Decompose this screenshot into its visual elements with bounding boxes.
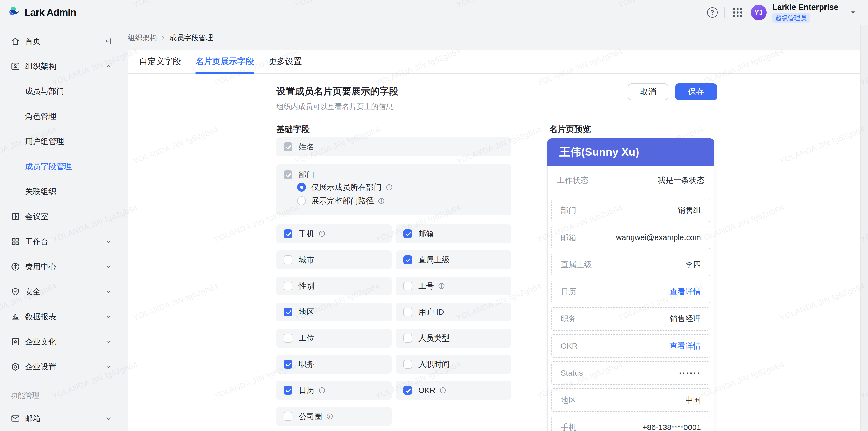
checkbox-unchecked[interactable] (403, 282, 412, 290)
tab-label: 更多设置 (269, 56, 302, 67)
preview-row: 工作状态我是一条状态 (548, 166, 714, 195)
checkbox-checked[interactable] (403, 229, 412, 238)
tab-item[interactable]: 更多设置 (269, 50, 302, 73)
breadcrumb-current: 成员字段管理 (169, 33, 213, 43)
field-checkbox-row[interactable]: 地区 (276, 303, 392, 321)
checkbox-unchecked[interactable] (403, 334, 412, 343)
tab-active[interactable]: 名片页展示字段 (195, 50, 254, 73)
field-checkbox-row[interactable]: 入职时间 (396, 355, 511, 374)
info-icon[interactable] (318, 386, 326, 394)
collapse-left-icon[interactable] (104, 37, 113, 46)
preview-row: Status······ (551, 361, 710, 385)
breadcrumb-parent[interactable]: 组织架构 (128, 33, 157, 43)
field-checkbox-row[interactable]: 邮箱 (396, 224, 511, 243)
sidebar-item[interactable]: 企业设置 (0, 354, 120, 379)
chevron-down-icon[interactable] (104, 288, 113, 296)
account-info[interactable]: Larkie Enterprise 超级管理员 (772, 3, 838, 23)
org-structure-icon (10, 61, 20, 71)
radio-option[interactable]: 展示完整部门路径 (297, 194, 511, 208)
chevron-down-icon[interactable] (104, 262, 113, 271)
field-checkbox-row[interactable]: 部门仅展示成员所在部门展示完整部门路径 (276, 164, 511, 216)
checkbox-checked[interactable] (284, 360, 292, 369)
checkbox-checked[interactable] (403, 386, 412, 395)
security-icon (10, 287, 20, 297)
data-report-icon (10, 312, 20, 322)
field-label: OKR (418, 386, 435, 395)
field-checkbox-row[interactable]: 城市 (276, 251, 392, 269)
field-checkbox-row[interactable]: 姓名 (276, 138, 511, 156)
field-checkbox-row[interactable]: OKR (396, 381, 511, 400)
checkbox-unchecked[interactable] (284, 255, 292, 264)
sidebar-item[interactable]: 用户组管理 (0, 129, 120, 154)
field-checkbox-row[interactable]: 手机 (276, 224, 392, 243)
preview-detail-link[interactable]: 查看详情 (670, 341, 701, 351)
preview-row-value: 我是一条状态 (658, 175, 705, 186)
sidebar-item-label: 数据报表 (25, 312, 56, 322)
checkbox-checked[interactable] (284, 308, 292, 316)
checkbox-unchecked[interactable] (284, 412, 292, 421)
sidebar-item[interactable]: 工作台 (0, 229, 120, 254)
checkbox-checked[interactable] (403, 255, 412, 264)
sidebar-item-label: 首页 (25, 36, 41, 47)
cancel-button[interactable]: 取消 (628, 84, 668, 100)
chevron-down-icon[interactable] (104, 363, 113, 371)
field-label: 性别 (299, 281, 314, 291)
radio-selected[interactable] (297, 183, 306, 192)
info-icon[interactable] (438, 282, 445, 290)
sidebar-item[interactable]: 数据报表 (0, 304, 120, 329)
field-checkbox-row[interactable]: 日历 (276, 381, 392, 400)
checkbox-unchecked[interactable] (403, 360, 412, 369)
info-icon[interactable] (326, 412, 334, 420)
info-icon[interactable] (318, 230, 326, 238)
sidebar-item[interactable]: 会议室 (0, 204, 120, 229)
info-icon[interactable] (377, 197, 385, 205)
field-label: 直属上级 (418, 255, 450, 265)
info-icon[interactable] (439, 386, 447, 394)
sidebar-item[interactable]: 首页 (0, 29, 120, 54)
sidebar-item[interactable]: 角色管理 (0, 104, 120, 129)
lark-bird-icon (8, 6, 21, 19)
scrollbar-track[interactable] (861, 25, 868, 431)
field-checkbox-row[interactable]: 工号 (396, 277, 511, 295)
avatar[interactable]: YJ (751, 5, 767, 20)
sidebar-item[interactable]: 邮箱 (0, 406, 120, 431)
chevron-down-icon[interactable] (104, 338, 113, 346)
sidebar-item[interactable]: 企业文化 (0, 329, 120, 354)
sidebar-item-active[interactable]: 成员字段管理 (0, 154, 120, 179)
field-checkbox-row[interactable]: 用户 ID (396, 303, 511, 321)
radio-option[interactable]: 仅展示成员所在部门 (297, 180, 511, 194)
sidebar-item[interactable]: 安全 (0, 279, 120, 304)
chevron-down-icon[interactable] (104, 237, 113, 246)
save-button[interactable]: 保存 (675, 84, 717, 100)
chevron-down-icon[interactable] (104, 313, 113, 321)
field-checkbox-row[interactable]: 职务 (276, 355, 392, 374)
apps-grid-icon[interactable] (732, 6, 744, 19)
chevron-up-icon[interactable] (104, 62, 113, 70)
radio-unselected[interactable] (297, 197, 306, 205)
field-label: 职务 (299, 359, 314, 370)
sidebar-item-label: 成员字段管理 (25, 161, 72, 172)
checkbox-checked[interactable] (284, 229, 292, 238)
field-checkbox-row[interactable]: 工位 (276, 329, 392, 347)
chevron-down-icon[interactable] (104, 414, 113, 423)
info-icon[interactable] (385, 183, 393, 191)
page-title: 设置成员名片页要展示的字段 (276, 85, 398, 98)
tab-item[interactable]: 自定义字段 (139, 50, 181, 73)
checkbox-unchecked[interactable] (403, 308, 412, 316)
sidebar-section-label: 功能管理 (0, 385, 120, 406)
caret-down-icon[interactable] (850, 9, 857, 16)
field-checkbox-row[interactable]: 人员类型 (396, 329, 511, 347)
sidebar-item[interactable]: 成员与部门 (0, 79, 120, 104)
sidebar-item[interactable]: 组织架构 (0, 54, 120, 79)
checkbox-unchecked[interactable] (284, 334, 292, 343)
field-checkbox-row[interactable]: 性别 (276, 277, 392, 295)
sidebar-item[interactable]: 关联组织 (0, 179, 120, 204)
sidebar-item[interactable]: 费用中心 (0, 254, 120, 279)
preview-detail-link[interactable]: 查看详情 (670, 286, 701, 297)
field-label: 部门 (299, 170, 314, 180)
checkbox-unchecked[interactable] (284, 282, 292, 290)
field-checkbox-row[interactable]: 直属上级 (396, 251, 511, 269)
checkbox-checked[interactable] (284, 386, 292, 395)
help-icon[interactable]: ? (707, 7, 718, 18)
field-checkbox-row[interactable]: 公司圈 (276, 407, 392, 426)
